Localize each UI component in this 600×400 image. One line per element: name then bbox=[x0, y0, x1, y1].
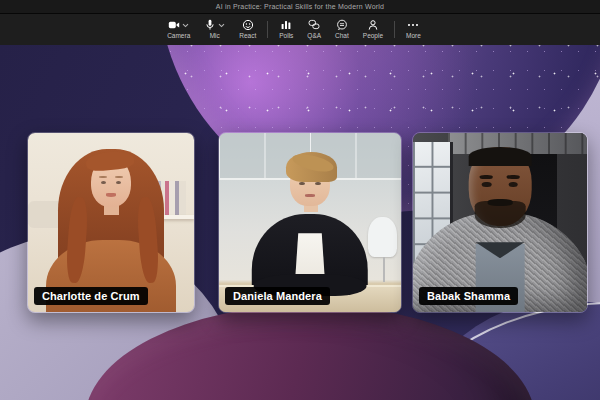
camera-label: Camera bbox=[167, 33, 190, 40]
video-tile-babak[interactable]: Babak Shamma bbox=[412, 132, 588, 313]
polls-label: Polls bbox=[279, 33, 293, 40]
toolbar-button-group: Camera Mic React Polls bbox=[160, 14, 428, 45]
short-dark-hair bbox=[469, 147, 532, 166]
mustache bbox=[487, 199, 512, 205]
participant-name-label: Babak Shamma bbox=[419, 287, 518, 305]
face-shape bbox=[469, 147, 532, 226]
mic-button[interactable]: Mic bbox=[197, 14, 232, 45]
eye-right bbox=[315, 182, 321, 185]
mic-icon bbox=[204, 19, 216, 31]
people-button[interactable]: People bbox=[356, 14, 390, 45]
eye-left bbox=[299, 182, 305, 185]
qna-icon bbox=[308, 19, 320, 31]
video-tile-daniela[interactable]: Daniela Mandera bbox=[218, 132, 402, 313]
eye-left bbox=[101, 181, 107, 185]
chat-icon bbox=[336, 19, 348, 31]
toolbar-separator bbox=[267, 21, 268, 38]
more-button[interactable]: More bbox=[399, 14, 428, 45]
meeting-title: AI in Practice: Practical Skills for the… bbox=[216, 3, 384, 10]
mouth bbox=[106, 193, 116, 197]
brow-left bbox=[480, 175, 493, 179]
react-button[interactable]: React bbox=[232, 14, 263, 45]
meeting-toolbar: Camera Mic React Polls bbox=[0, 13, 600, 45]
video-feed-daniela bbox=[219, 133, 401, 312]
qna-button[interactable]: Q&A bbox=[300, 14, 328, 45]
meeting-stage-background: Charlotte de Crum bbox=[0, 45, 600, 400]
eye-right bbox=[116, 181, 122, 185]
brow-right bbox=[115, 176, 123, 178]
white-chair bbox=[368, 217, 397, 256]
people-icon bbox=[367, 19, 379, 31]
mic-label: Mic bbox=[210, 33, 220, 40]
people-label: People bbox=[363, 33, 383, 40]
chat-button[interactable]: Chat bbox=[328, 14, 356, 45]
video-tile-charlotte[interactable]: Charlotte de Crum bbox=[27, 132, 195, 313]
mic-dropdown-chevron-icon[interactable] bbox=[218, 23, 225, 28]
polls-icon bbox=[280, 19, 292, 31]
video-feed-babak bbox=[413, 133, 587, 312]
react-label: React bbox=[239, 33, 256, 40]
camera-icon bbox=[168, 19, 180, 31]
chat-label: Chat bbox=[335, 33, 349, 40]
camera-dropdown-chevron-icon[interactable] bbox=[182, 23, 189, 28]
brow-left bbox=[99, 176, 107, 178]
toolbar-separator bbox=[394, 21, 395, 38]
chair-leg bbox=[383, 257, 385, 282]
qna-label: Q&A bbox=[307, 33, 321, 40]
video-feed-charlotte bbox=[28, 133, 194, 312]
eye-right bbox=[509, 182, 518, 188]
polls-button[interactable]: Polls bbox=[272, 14, 300, 45]
participant-name-label: Daniela Mandera bbox=[225, 287, 330, 305]
react-icon bbox=[242, 19, 254, 31]
brow-right bbox=[507, 175, 520, 179]
meeting-title-bar: AI in Practice: Practical Skills for the… bbox=[0, 0, 600, 13]
mouth bbox=[305, 194, 315, 197]
more-label: More bbox=[406, 33, 421, 40]
participant-name-label: Charlotte de Crum bbox=[34, 287, 148, 305]
more-icon bbox=[407, 19, 419, 31]
camera-button[interactable]: Camera bbox=[160, 14, 197, 45]
teams-meeting-window: AI in Practice: Practical Skills for the… bbox=[0, 0, 600, 400]
eye-left bbox=[482, 182, 491, 188]
